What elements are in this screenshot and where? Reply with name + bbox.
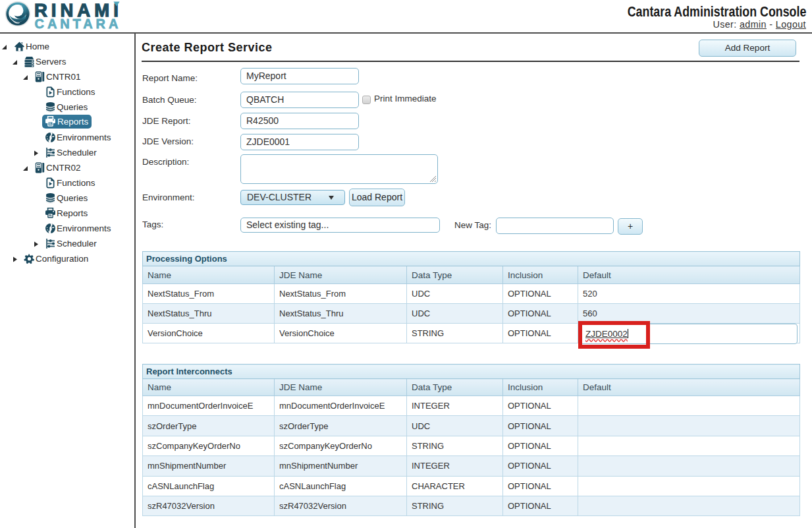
svg-text:CANTARA: CANTARA [35,16,122,31]
